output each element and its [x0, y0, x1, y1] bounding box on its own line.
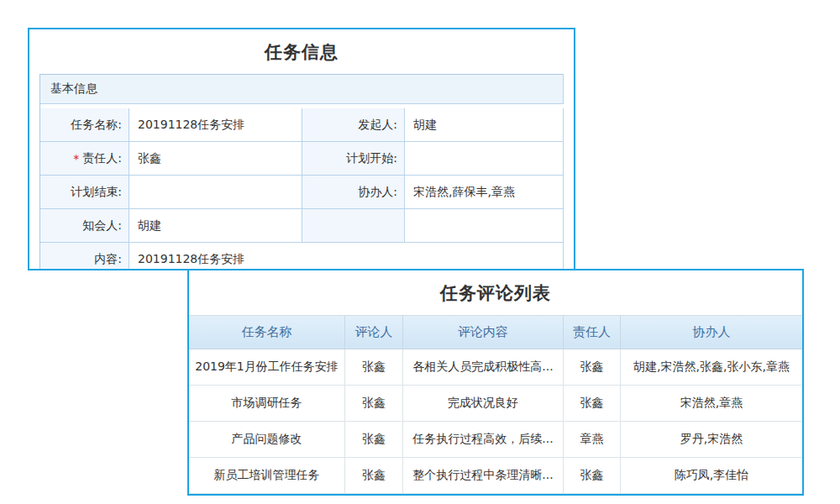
collaborators-cell: 罗丹,宋浩然 [621, 422, 802, 458]
col-header-task-name: 任务名称 [189, 315, 345, 349]
col-header-commenter: 评论人 [345, 315, 403, 349]
form-value-content: 20191128任务安排 [129, 243, 564, 270]
form-value-initiator: 胡建 [405, 108, 564, 142]
collaborators-cell: 陈巧凤,李佳怡 [621, 458, 802, 494]
form-label-owner: *责任人: [40, 142, 129, 176]
form-label-plan-start: 计划开始: [302, 142, 405, 176]
form-value-task-name: 20191128任务安排 [129, 108, 302, 142]
collaborators-cell: 胡建,宋浩然,张鑫,张小东,章燕 [621, 349, 802, 386]
form-label-empty [302, 209, 405, 243]
form-value-cc: 胡建 [129, 209, 302, 243]
form-label-task-name: 任务名称: [40, 108, 129, 142]
form-value-plan-start [405, 142, 564, 176]
task-name-link[interactable]: 市场调研任务 [189, 386, 345, 422]
task-info-title: 任务信息 [29, 29, 574, 74]
task-comment-list-panel: 任务评论列表 任务名称 评论人 评论内容 责任人 协办人 2019年1月份工作任… [187, 269, 804, 496]
page-background: 任务信息 基本信息 任务名称: 20191128任务安排 发起人: 胡建 *责任… [0, 0, 840, 504]
form-value-empty [405, 209, 564, 243]
commenter-link[interactable]: 张鑫 [345, 386, 403, 422]
collaborators-cell: 宋浩然,章燕 [621, 386, 802, 422]
task-info-panel: 任务信息 基本信息 任务名称: 20191128任务安排 发起人: 胡建 *责任… [28, 28, 575, 270]
col-header-owner: 责任人 [564, 315, 621, 349]
owner-link[interactable]: 张鑫 [564, 386, 621, 422]
form-label-owner-text: 责任人: [82, 151, 122, 166]
comment-content-cell: 任务执行过程高效，后续... [403, 422, 564, 458]
task-name-link[interactable]: 新员工培训管理任务 [189, 458, 345, 494]
form-value-owner: 张鑫 [129, 142, 302, 176]
col-header-comment-content: 评论内容 [403, 315, 564, 349]
commenter-link[interactable]: 张鑫 [345, 458, 403, 494]
form-label-plan-end: 计划结束: [40, 176, 129, 209]
commenter-link[interactable]: 张鑫 [345, 349, 403, 386]
task-name-link[interactable]: 产品问题修改 [189, 422, 345, 458]
form-label-collaborators: 协办人: [302, 176, 405, 209]
task-info-form: 基本信息 任务名称: 20191128任务安排 发起人: 胡建 *责任人: 张鑫… [39, 74, 564, 270]
form-label-cc: 知会人: [40, 209, 129, 243]
form-value-collaborators: 宋浩然,薛保丰,章燕 [405, 176, 564, 209]
comment-content-cell: 整个执行过程中条理清晰... [403, 458, 564, 494]
owner-link[interactable]: 章燕 [564, 422, 621, 458]
owner-link[interactable]: 张鑫 [564, 458, 621, 494]
comment-list-title: 任务评论列表 [189, 270, 802, 315]
form-label-initiator: 发起人: [302, 108, 405, 142]
required-asterisk: * [73, 152, 79, 165]
comment-content-cell: 完成状况良好 [403, 386, 564, 422]
comment-content-cell: 各相关人员完成积极性高... [403, 349, 564, 386]
basic-info-section-header: 基本信息 [40, 75, 564, 104]
owner-link[interactable]: 张鑫 [564, 349, 621, 386]
form-label-content: 内容: [40, 243, 129, 270]
form-value-plan-end [129, 176, 302, 209]
comment-table: 任务名称 评论人 评论内容 责任人 协办人 2019年1月份工作任务安排 张鑫 … [189, 315, 802, 494]
task-name-link[interactable]: 2019年1月份工作任务安排 [189, 349, 345, 386]
commenter-link[interactable]: 张鑫 [345, 422, 403, 458]
col-header-collaborators: 协办人 [621, 315, 802, 349]
